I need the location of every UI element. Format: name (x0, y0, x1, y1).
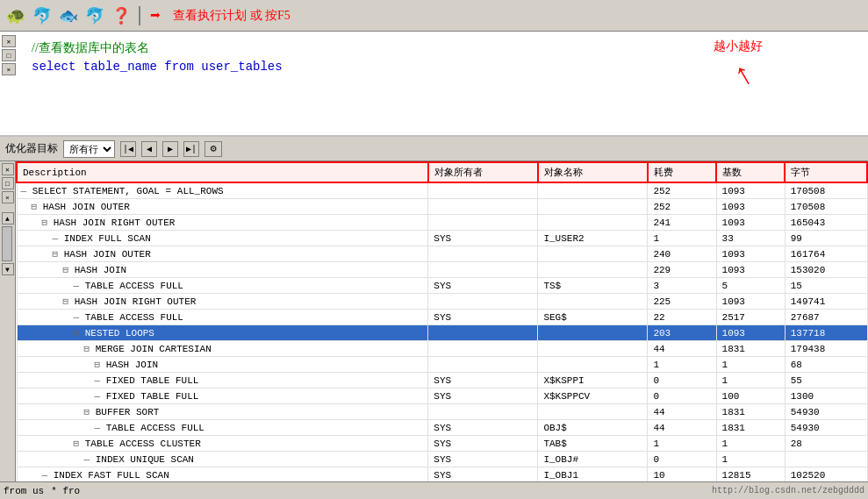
gear-button[interactable]: ⚙ (204, 141, 222, 157)
editor-ctrl-lock[interactable]: □ (2, 49, 16, 61)
cell-cardinality: 1093 (716, 246, 785, 262)
cell-object_name (538, 404, 648, 420)
side-btn-down[interactable]: ▼ (2, 263, 14, 275)
cell-cardinality: 5 (716, 278, 785, 294)
cell-cardinality: 2517 (716, 310, 785, 325)
nav-last[interactable]: ▶| (183, 141, 199, 157)
col-object-name: 对象名称 (538, 162, 648, 182)
cell-object_name: OBJ$ (538, 420, 648, 436)
cell-bytes: 54930 (785, 420, 867, 436)
table-header: Description 对象所有者 对象名称 耗费 基数 字节 (17, 162, 867, 182)
execution-plan-table: Description 对象所有者 对象名称 耗费 基数 字节 — SELECT… (16, 161, 868, 481)
cell-cardinality: 1093 (716, 182, 785, 199)
icon-fish[interactable]: 🐟 (57, 4, 80, 27)
status-text1: from us (4, 486, 44, 496)
cell-owner (428, 357, 538, 373)
icon-question[interactable]: ❓ (110, 4, 133, 27)
icon-dolphin2[interactable]: 🐬 (83, 4, 106, 27)
tree-icon: ⊟ (74, 327, 85, 339)
cell-description: ⊟ HASH JOIN (17, 262, 428, 278)
editor-ctrl-close[interactable]: ✕ (2, 35, 16, 47)
scrollbar-thumb[interactable] (2, 226, 12, 261)
cell-bytes: 153020 (785, 262, 867, 278)
table-row[interactable]: — FIXED TABLE FULLSYSX$KSPPI0155 (17, 373, 867, 389)
cell-bytes: 1300 (785, 389, 867, 404)
cell-object_name: X$KSPPI (538, 373, 648, 389)
cell-cost: 3 (648, 278, 716, 294)
optimizer-label: 优化器目标 (5, 141, 58, 156)
side-btn-x[interactable]: × (2, 191, 14, 203)
tree-icon: ⊟ (84, 343, 96, 354)
cell-bytes: 102520 (785, 467, 867, 482)
cell-bytes: 99 (785, 231, 867, 246)
table-row[interactable]: ⊟ HASH JOIN OUTER2521093170508 (17, 199, 867, 215)
table-row[interactable]: ⊟ BUFFER SORT44183154930 (17, 404, 867, 420)
cell-cost: 44 (648, 420, 716, 436)
col-cost: 耗费 (648, 162, 716, 182)
table-row[interactable]: ⊟ TABLE ACCESS CLUSTERSYSTAB$1128 (17, 436, 867, 452)
tree-icon: — (53, 232, 64, 244)
status-bar: from us * fro http://blog.csdn.net/zebgd… (0, 481, 868, 499)
cell-description: ⊟ TABLE ACCESS CLUSTER (17, 436, 428, 452)
editor-ctrl-x[interactable]: × (2, 63, 16, 75)
table-row[interactable]: — TABLE ACCESS FULLSYSSEG$22251727687 (17, 310, 867, 325)
cell-owner: SYS (428, 278, 538, 294)
table-body: — SELECT STATEMENT, GOAL = ALL_ROWS25210… (17, 182, 867, 481)
col-description: Description (17, 162, 428, 182)
cell-cost: 225 (648, 294, 716, 310)
toolbar-hint: 查看执行计划 或 按F5 (173, 8, 291, 24)
optimizer-bar: 优化器目标 所有行 首行 规则 |◀ ◀ ▶ ▶| ⚙ (0, 137, 868, 161)
table-row[interactable]: — TABLE ACCESS FULLSYSTS$3515 (17, 278, 867, 294)
icon-turtle[interactable]: 🐢 (4, 4, 27, 27)
cell-owner (428, 182, 538, 199)
table-scroll[interactable]: Description 对象所有者 对象名称 耗费 基数 字节 — SELECT… (16, 161, 868, 481)
col-owner: 对象所有者 (428, 162, 538, 182)
side-btn-close[interactable]: ✕ (2, 163, 14, 175)
cell-object_name: I_USER2 (538, 231, 648, 246)
cell-cardinality: 1 (716, 436, 785, 452)
table-row[interactable]: — SELECT STATEMENT, GOAL = ALL_ROWS25210… (17, 182, 867, 199)
table-row[interactable]: — INDEX FULL SCANSYSI_USER213399 (17, 231, 867, 246)
nav-next[interactable]: ▶ (162, 141, 178, 157)
table-row[interactable]: — TABLE ACCESS FULLSYSOBJ$44183154930 (17, 420, 867, 436)
cell-object_name (538, 294, 648, 310)
cell-owner (428, 262, 538, 278)
table-row[interactable]: ⊟ MERGE JOIN CARTESIAN441831179438 (17, 341, 867, 357)
col-bytes: 字节 (785, 162, 867, 182)
cell-cardinality: 100 (716, 389, 785, 404)
tree-icon: ⊟ (63, 264, 75, 275)
cell-cardinality: 33 (716, 231, 785, 246)
cell-owner: SYS (428, 231, 538, 246)
tree-icon: ⊟ (95, 359, 106, 370)
table-row[interactable]: ⊟ HASH JOIN RIGHT OUTER2411093165043 (17, 215, 867, 231)
status-left: from us * fro (4, 486, 80, 496)
table-row[interactable]: — FIXED TABLE FULLSYSX$KSPPCV01001300 (17, 389, 867, 404)
side-btn-up[interactable]: ▲ (2, 212, 14, 225)
table-row[interactable]: — INDEX FAST FULL SCANSYSI_OBJ1101281510… (17, 467, 867, 482)
cell-owner (428, 341, 538, 357)
nav-first[interactable]: |◀ (120, 141, 136, 157)
table-row[interactable]: ⊟ HASH JOIN OUTER2401093161764 (17, 246, 867, 262)
side-btn-pin[interactable]: □ (2, 177, 14, 189)
cell-cardinality: 1831 (716, 341, 785, 357)
toolbar-separator (139, 6, 140, 25)
table-row[interactable]: ⊟ NESTED LOOPS2031093137718 (17, 325, 867, 341)
cell-cardinality: 1831 (716, 420, 785, 436)
cell-cost: 44 (648, 404, 716, 420)
cell-description: ⊟ MERGE JOIN CARTESIAN (17, 341, 428, 357)
optimizer-select[interactable]: 所有行 首行 规则 (63, 140, 115, 158)
cell-object_name: I_OBJ# (538, 452, 648, 467)
toolbar-arrow: ➡ (150, 4, 161, 26)
cell-bytes (785, 452, 867, 467)
table-row[interactable]: ⊟ HASH JOIN1168 (17, 357, 867, 373)
icon-dolphin1[interactable]: 🐬 (31, 4, 54, 27)
table-row[interactable]: ⊟ HASH JOIN RIGHT OUTER2251093149741 (17, 294, 867, 310)
table-row[interactable]: ⊟ HASH JOIN2291093153020 (17, 262, 867, 278)
table-row[interactable]: — INDEX UNIQUE SCANSYSI_OBJ#01 (17, 452, 867, 467)
cell-description: — TABLE ACCESS FULL (17, 310, 428, 325)
cell-cost: 252 (648, 182, 716, 199)
cell-cardinality: 1831 (716, 404, 785, 420)
nav-prev[interactable]: ◀ (141, 141, 157, 157)
cell-owner: SYS (428, 373, 538, 389)
cell-object_name (538, 262, 648, 278)
